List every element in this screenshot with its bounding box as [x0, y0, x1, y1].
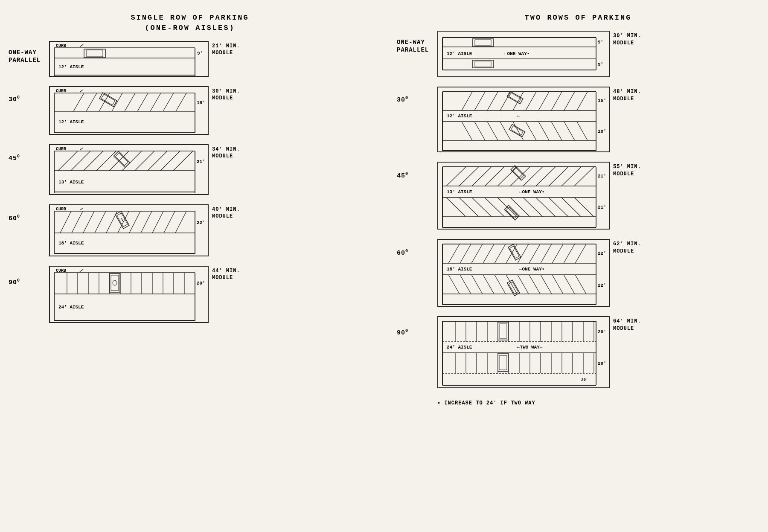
- svg-line-137: [564, 122, 575, 140]
- svg-text:18': 18': [598, 129, 606, 134]
- module-90-left: 44' MIN.MODULE: [212, 266, 240, 282]
- svg-rect-100: [472, 39, 494, 47]
- svg-line-170: [510, 198, 530, 217]
- diagram-parallel-left: CURB 9': [49, 41, 209, 77]
- svg-line-194: [529, 244, 540, 263]
- svg-line-131: [487, 122, 498, 140]
- svg-rect-7: [87, 50, 103, 57]
- svg-rect-24: [99, 93, 117, 107]
- page: SINGLE ROW OF PARKING(ONE-ROW AISLES) ON…: [9, 13, 759, 406]
- svg-text:22': 22': [598, 283, 606, 288]
- module-parallel-right: 30' MIN.MODULE: [613, 31, 641, 47]
- module-30-right: 48' MIN.MODULE: [613, 87, 641, 103]
- svg-text:20': 20': [197, 281, 205, 286]
- svg-text:←ONE WAY▪: ←ONE WAY▪: [504, 51, 529, 56]
- diagram-wrapper-45-left: CURB: [49, 144, 240, 195]
- svg-text:9': 9': [598, 62, 603, 67]
- svg-line-124: [577, 92, 588, 110]
- svg-line-212: [552, 275, 563, 294]
- svg-line-207: [495, 275, 506, 294]
- svg-60-right: 22' 18' AISLE ←ONE WAY▪ 22': [438, 240, 609, 306]
- row-60-left: 600 CURB: [9, 204, 371, 256]
- svg-30-left: CURB: [50, 87, 208, 134]
- svg-line-152: [472, 167, 492, 186]
- svg-rect-88: [110, 273, 120, 292]
- svg-line-63: [164, 211, 175, 233]
- svg-line-209: [518, 275, 529, 294]
- svg-line-213: [564, 275, 575, 294]
- svg-text:21': 21': [598, 174, 606, 179]
- row-parallel-right: ONE-WAYPARALLEL: [397, 31, 759, 77]
- label-90-left: 900: [9, 266, 45, 287]
- left-title: SINGLE ROW OF PARKING(ONE-ROW AISLES): [9, 13, 371, 33]
- svg-rect-260: [498, 354, 508, 372]
- svg-line-40: [135, 151, 154, 171]
- svg-line-136: [551, 122, 562, 140]
- svg-line-187: [448, 244, 460, 263]
- diagram-30-left: CURB: [49, 86, 209, 135]
- svg-line-188: [460, 244, 471, 263]
- svg-45-right: 21' 13' AISLE ←ONE WAY▪ 21': [438, 163, 609, 229]
- label-parallel-right: ONE-WAYPARALLEL: [397, 31, 433, 54]
- svg-text:18' AISLE: 18' AISLE: [58, 241, 84, 246]
- label-45-right: 450: [397, 162, 433, 180]
- svg-text:24' AISLE: 24' AISLE: [447, 345, 472, 350]
- row-90-right: 900: [397, 316, 759, 388]
- svg-text:←: ←: [517, 113, 520, 119]
- module-parallel-left: 21' MIN.MODULE: [212, 41, 240, 57]
- svg-line-64: [175, 211, 186, 233]
- svg-line-121: [538, 92, 549, 110]
- svg-line-191: [495, 244, 506, 263]
- svg-rect-101: [475, 40, 491, 46]
- svg-line-173: [549, 198, 568, 217]
- diagram-wrapper-90-right: 20' 24' AISLE ←TWO WAY→ 20': [437, 316, 641, 388]
- svg-line-35: [71, 151, 90, 171]
- svg-line-118: [500, 92, 511, 110]
- svg-text:22': 22': [197, 220, 205, 225]
- diagram-parallel-right: 9' 12' AISLE ←ONE WAY▪ 9': [437, 31, 610, 77]
- svg-line-158: [549, 167, 568, 186]
- module-60-left: 40' MIN.MODULE: [212, 204, 240, 221]
- svg-text:22': 22': [598, 251, 606, 256]
- svg-text:13' AISLE: 13' AISLE: [447, 189, 472, 195]
- diagram-45-left: CURB: [49, 144, 209, 195]
- svg-line-151: [459, 167, 479, 186]
- diagram-wrapper-60-right: 22' 18' AISLE ←ONE WAY▪ 22': [437, 239, 641, 307]
- svg-line-153: [485, 167, 504, 186]
- svg-line-205: [471, 275, 483, 294]
- svg-line-62: [152, 211, 163, 233]
- label-30-right: 300: [397, 87, 433, 105]
- svg-60-left: CURB: [50, 205, 208, 256]
- row-30-left: 300 CURB: [9, 86, 371, 135]
- svg-line-67: [122, 218, 123, 221]
- svg-line-204: [460, 275, 471, 294]
- svg-text:12' AISLE: 12' AISLE: [58, 119, 84, 125]
- svg-text:←ONE WAY▪: ←ONE WAY▪: [519, 267, 544, 272]
- svg-text:18': 18': [197, 100, 205, 105]
- svg-line-206: [483, 275, 494, 294]
- diagram-wrapper-30-right: 15' 12' AISLE ← 18': [437, 87, 641, 152]
- row-45-right: 450: [397, 162, 759, 230]
- svg-line-195: [541, 244, 552, 263]
- svg-text:CURB: CURB: [56, 89, 66, 93]
- svg-line-203: [448, 275, 460, 294]
- diagram-60-left: CURB: [49, 204, 209, 256]
- svg-line-132: [500, 122, 511, 140]
- svg-line-210: [529, 275, 540, 294]
- row-45-left: 450 CURB: [9, 144, 371, 195]
- row-60-right: 600: [397, 239, 759, 307]
- svg-text:13' AISLE: 13' AISLE: [58, 180, 84, 185]
- svg-line-150: [446, 167, 466, 186]
- svg-rect-261: [499, 355, 507, 370]
- svg-line-122: [551, 92, 562, 110]
- svg-line-15: [73, 93, 84, 111]
- row-parallel-left: ONE-WAYPARALLEL CURB: [9, 41, 371, 77]
- svg-line-16: [86, 93, 97, 111]
- diagram-wrapper-90-left: CURB: [49, 266, 240, 323]
- svg-line-21: [150, 93, 161, 111]
- svg-line-197: [564, 244, 575, 263]
- svg-rect-106: [472, 60, 494, 68]
- svg-line-157: [536, 167, 556, 186]
- svg-line-55: [72, 211, 83, 233]
- svg-text:CURB: CURB: [56, 44, 66, 48]
